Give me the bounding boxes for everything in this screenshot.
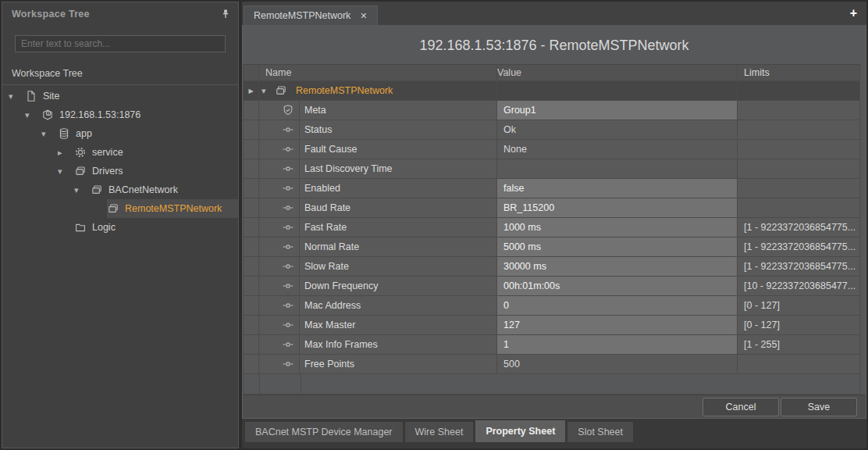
tree-item-body[interactable]: BACnetNetwork [91, 180, 238, 199]
tree-item[interactable]: ▾ app [2, 124, 238, 143]
property-limits: [0 - 127] [744, 300, 780, 311]
node-name-cell[interactable]: ▾ RemoteMSTPNetwork [259, 81, 497, 100]
property-icon [282, 319, 295, 331]
tree-item[interactable]: ▸ service [2, 143, 238, 162]
property-value-cell[interactable]: BR_115200 [497, 198, 738, 217]
property-value-cell[interactable]: 30000 ms [497, 257, 738, 276]
expander-icon[interactable]: ▾ [41, 130, 58, 138]
add-tab-icon[interactable]: + [850, 7, 857, 20]
property-row[interactable]: Baud Rate BR_115200 [244, 198, 859, 218]
tree-item[interactable]: RemoteMSTPNetwork [2, 199, 238, 218]
tree-item-body[interactable]: 192.168.1.53:1876 [41, 105, 238, 124]
tree-item[interactable]: ▾ BACnetNetwork [2, 180, 238, 199]
view-tab[interactable]: BACnet MSTP Device Manager [245, 422, 403, 442]
property-name-cell: Enabled [259, 179, 497, 198]
search-container [2, 24, 238, 60]
property-value-cell[interactable]: 5000 ms [497, 238, 738, 256]
tree-item[interactable]: Logic [2, 218, 238, 237]
close-icon[interactable]: ✕ [360, 11, 367, 21]
property-row[interactable]: Fault Cause None [244, 140, 859, 159]
property-row[interactable]: Slow Rate 30000 ms [1 - 9223372036854775… [244, 257, 859, 277]
view-tab[interactable]: Slot Sheet [567, 422, 633, 442]
pin-icon[interactable] [219, 8, 232, 20]
property-row[interactable]: Status Ok [244, 120, 859, 140]
property-value: Group1 [503, 105, 536, 116]
cancel-button[interactable]: Cancel [703, 398, 779, 416]
node-label: RemoteMSTPNetwork [296, 85, 393, 96]
property-icon [282, 338, 295, 351]
expander-icon[interactable]: ▾ [9, 92, 25, 101]
expander-icon[interactable]: ▾ [58, 167, 74, 176]
property-row[interactable]: Down Frequency 00h:01m:00s [10 - 9223372… [244, 277, 859, 296]
property-row[interactable]: Fast Rate 1000 ms [1 - 9223372036854775.… [244, 218, 859, 238]
tree-item-body[interactable]: app [58, 124, 238, 143]
property-name: Max Info Frames [300, 339, 378, 350]
tree-item[interactable]: ▾ Site [2, 87, 238, 105]
tab-remote-mstp-network[interactable]: RemoteMSTPNetwork ✕ [244, 5, 378, 25]
property-limits-cell: [0 - 127] [738, 316, 859, 334]
tree-item-body[interactable]: Logic [74, 218, 238, 237]
property-value-cell: None [497, 140, 738, 159]
property-value-cell: 500 [497, 355, 738, 373]
collapse-icon[interactable]: ▾ [261, 86, 275, 96]
tree-item[interactable]: ▾ Drivers [2, 162, 238, 180]
tree-item-body[interactable]: Drivers [74, 162, 238, 180]
row-gutter [244, 120, 259, 139]
property-limits-cell: [0 - 127] [738, 296, 859, 315]
property-limits: [1 - 255] [744, 339, 780, 350]
property-limits-cell: [1 - 255] [738, 335, 859, 354]
view-tab[interactable]: Wire Sheet [405, 422, 474, 442]
property-limits-cell: [10 - 922337203685477... [738, 277, 859, 295]
row-handle-icon[interactable]: ▶ [248, 88, 253, 95]
property-value: 500 [503, 359, 520, 370]
column-header-limits: Limits [738, 65, 859, 80]
shield-icon [282, 104, 295, 116]
view-tab-label: Property Sheet [486, 426, 555, 437]
property-name: Meta [300, 105, 326, 116]
tree-item-body[interactable]: RemoteMSTPNetwork [107, 199, 238, 218]
property-name-cell: Fast Rate [259, 218, 497, 237]
property-row[interactable]: Max Info Frames 1 [1 - 255] [244, 335, 859, 355]
tree-item-label: app [76, 128, 92, 139]
property-limits: [1 - 9223372036854775... [744, 261, 856, 272]
property-row[interactable]: Max Master 127 [0 - 127] [244, 316, 859, 335]
property-value-cell[interactable]: Group1 [497, 101, 738, 120]
property-limits-cell [738, 140, 859, 159]
expander-icon[interactable]: ▸ [58, 148, 74, 157]
stack-icon [107, 202, 120, 215]
row-gutter [244, 257, 259, 276]
tree-item-body[interactable]: service [74, 143, 238, 162]
network-node-row[interactable]: ▶ ▾ RemoteMSTPNetwork [244, 81, 859, 101]
property-limits-cell: [1 - 9223372036854775... [738, 257, 859, 276]
property-name-cell: Last Discovery Time [259, 159, 497, 178]
property-row[interactable]: Mac Address 0 [0 - 127] [244, 296, 859, 316]
view-tab-label: BACnet MSTP Device Manager [255, 427, 393, 438]
workspace-tree-panel: Workspace Tree Workspace Tree ▾ Site ▾ [2, 2, 239, 448]
expander-icon[interactable]: ▾ [74, 186, 91, 195]
expander-icon[interactable]: ▾ [25, 111, 41, 120]
property-name: Free Points [300, 359, 354, 370]
property-limits-cell [738, 159, 859, 178]
stack-icon [275, 84, 288, 97]
row-gutter [244, 198, 259, 217]
tree-item[interactable]: ▾ 192.168.1.53:1876 [2, 105, 238, 124]
view-tab[interactable]: Property Sheet [475, 420, 565, 442]
property-row[interactable]: Free Points 500 [244, 355, 859, 374]
tree-item-body[interactable]: Site [25, 87, 238, 105]
property-value-cell[interactable]: 1000 ms [497, 218, 738, 237]
search-input[interactable] [15, 35, 226, 52]
property-row[interactable]: Last Discovery Time [244, 159, 859, 179]
property-row[interactable]: Enabled false [244, 179, 859, 198]
document-tab-bar: RemoteMSTPNetwork ✕ + [242, 2, 866, 25]
property-value-cell[interactable]: 1 [497, 335, 738, 354]
tree-item-label: 192.168.1.53:1876 [59, 109, 141, 120]
save-button[interactable]: Save [781, 398, 857, 416]
property-value-cell[interactable]: 0 [497, 296, 738, 315]
property-value: 00h:01m:00s [503, 280, 560, 291]
station-icon [41, 109, 55, 121]
property-row[interactable]: Normal Rate 5000 ms [1 - 922337203685477… [244, 238, 859, 257]
property-row[interactable]: Meta Group1 [244, 101, 859, 120]
property-value-cell[interactable]: false [497, 179, 738, 198]
property-value-cell[interactable]: 127 [497, 316, 738, 334]
property-value-cell[interactable]: 00h:01m:00s [497, 277, 738, 295]
